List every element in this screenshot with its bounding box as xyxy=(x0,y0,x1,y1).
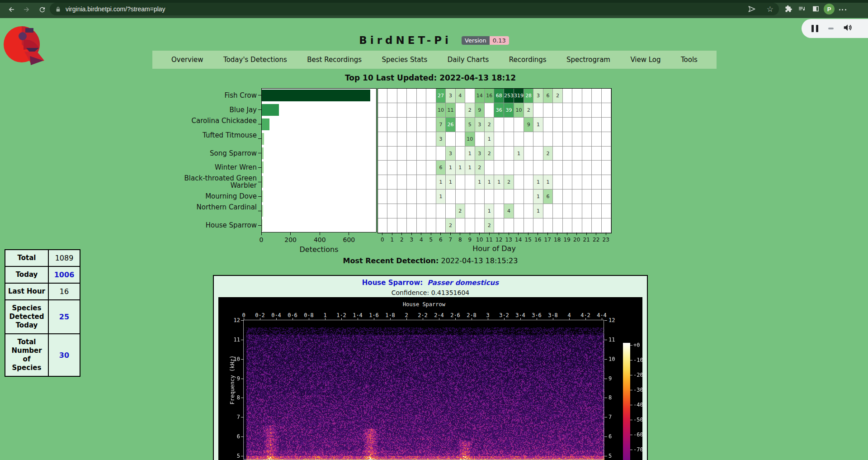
bar-xaxis-title: Detections xyxy=(299,245,338,254)
heatmap-cell xyxy=(387,132,397,147)
lock-icon xyxy=(55,6,61,12)
stat-value-link[interactable]: 30 xyxy=(59,351,69,360)
heatmap-cell xyxy=(485,161,494,175)
heatmap-cell xyxy=(582,132,592,147)
heatmap-cell xyxy=(514,204,524,218)
heatmap-cell xyxy=(524,204,533,218)
spec-ytick-right xyxy=(604,456,607,456)
heatmap-cell: 1 xyxy=(494,175,504,190)
side-panel-icon[interactable] xyxy=(812,5,820,13)
nav-item-best-recordings[interactable]: Best Recordings xyxy=(307,56,362,64)
heatmap-cell xyxy=(572,175,582,190)
spec-xtick-label: 3·8 xyxy=(547,312,559,318)
spec-xtick-label: 0·6 xyxy=(286,312,299,318)
pause-button[interactable] xyxy=(811,25,818,32)
nav-item-tools[interactable]: Tools xyxy=(681,56,698,64)
spec-xtick-label: 1·4 xyxy=(351,312,364,318)
heatmap-cell xyxy=(592,147,601,161)
version-label: Version xyxy=(462,36,490,45)
heatmap-cell xyxy=(387,204,397,218)
heatmap-cell: 16 xyxy=(485,89,494,103)
hour-tick-label: 7 xyxy=(448,237,452,243)
nav-item-spectrogram[interactable]: Spectrogram xyxy=(566,56,610,64)
heatmap-cell xyxy=(407,132,416,147)
heatmap-cell: 9 xyxy=(524,118,533,132)
heatmap-cell xyxy=(494,190,504,204)
spec-xtick-label: 1·8 xyxy=(384,312,396,318)
y-tick xyxy=(258,153,261,153)
heatmap-cell: 1 xyxy=(533,190,543,204)
heatmap-cell xyxy=(563,147,572,161)
spec-ytick-label-right: 7 xyxy=(609,414,619,420)
menu-kebab-icon[interactable] xyxy=(838,4,847,15)
heatmap-cell xyxy=(397,147,407,161)
heatmap-cell xyxy=(563,218,572,233)
hour-tick xyxy=(392,232,392,235)
heatmap-cell: 3 xyxy=(533,89,543,103)
heatmap-cell xyxy=(426,190,436,204)
hour-tick-label: 22 xyxy=(593,237,599,243)
heatmap-cell xyxy=(543,132,553,147)
reload-button[interactable] xyxy=(36,4,48,15)
nav-item-overview[interactable]: Overview xyxy=(171,56,203,64)
spec-xtick-label: 2·2 xyxy=(416,312,429,318)
heatmap-cell: 1 xyxy=(465,161,475,175)
heatmap-cell xyxy=(436,204,446,218)
hour-tick-label: 19 xyxy=(564,237,571,243)
heatmap-cell xyxy=(397,204,407,218)
volume-icon[interactable] xyxy=(843,23,853,34)
nav-item-view-log[interactable]: View Log xyxy=(630,56,660,64)
heatmap-cell xyxy=(602,175,611,190)
heatmap-cell xyxy=(387,89,397,103)
heatmap-cell xyxy=(524,175,533,190)
url-input[interactable] xyxy=(66,5,292,13)
nav-item-daily-charts[interactable]: Daily Charts xyxy=(448,56,489,64)
heatmap-cell xyxy=(563,190,572,204)
heatmap-cell xyxy=(407,103,416,118)
heatmap-cell xyxy=(407,218,416,233)
audio-player[interactable] xyxy=(802,19,868,38)
heatmap-cell xyxy=(563,118,572,132)
heatmap-cell xyxy=(417,132,426,147)
heatmap-cell xyxy=(417,218,426,233)
heatmap-cell xyxy=(602,147,611,161)
heatmap-cell xyxy=(553,132,562,147)
colorbar-label: -30 xyxy=(633,387,643,393)
heatmap-cell xyxy=(378,204,387,218)
extensions-icon[interactable] xyxy=(785,5,793,13)
playlist-icon[interactable] xyxy=(797,5,806,13)
heatmap-cell xyxy=(378,103,387,118)
send-icon[interactable] xyxy=(748,5,756,13)
heatmap-cell xyxy=(543,103,553,118)
spec-ytick-right xyxy=(604,340,607,340)
heatmap-cell xyxy=(602,161,611,175)
spec-xtick-label: 2 xyxy=(400,312,413,318)
profile-avatar[interactable]: P xyxy=(824,4,835,14)
heatmap-cell: 6 xyxy=(543,89,553,103)
nav-item-species-stats[interactable]: Species Stats xyxy=(382,56,427,64)
hour-tick xyxy=(586,232,587,235)
nav-item-recordings[interactable]: Recordings xyxy=(509,56,547,64)
forward-button[interactable] xyxy=(21,4,33,15)
stat-value-link[interactable]: 1006 xyxy=(54,270,75,279)
hour-tick xyxy=(596,232,596,235)
spec-xtick-label: 2·8 xyxy=(465,312,478,318)
omnibox[interactable]: ☆ xyxy=(50,3,779,15)
heatmap-cell: 4 xyxy=(456,89,465,103)
spec-xtick-label: 3 xyxy=(481,312,494,318)
nav-item-today-s-detections[interactable]: Today's Detections xyxy=(223,56,287,64)
bookmark-star-icon[interactable]: ☆ xyxy=(767,5,774,14)
stat-value: 16 xyxy=(48,283,80,300)
species-label: House Sparrow xyxy=(166,222,257,229)
heatmap-cell xyxy=(378,147,387,161)
detection-bar xyxy=(262,219,263,231)
seek-slider[interactable] xyxy=(828,28,834,29)
heatmap-cell xyxy=(533,218,543,233)
hour-tick xyxy=(479,232,480,235)
detection-species-link[interactable]: House Sparrow: xyxy=(362,279,423,287)
spec-ytick-right xyxy=(604,379,607,379)
back-button[interactable] xyxy=(5,4,17,15)
heatmap-cell xyxy=(417,103,426,118)
stat-value-link[interactable]: 25 xyxy=(59,313,69,321)
heatmap-cell xyxy=(387,175,397,190)
